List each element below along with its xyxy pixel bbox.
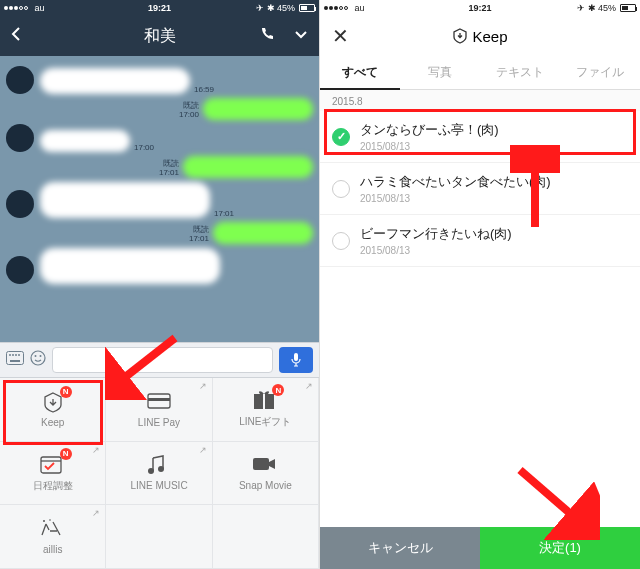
- svg-point-22: [49, 519, 51, 521]
- keep-tabs: すべて 写真 テキスト ファイル: [320, 56, 640, 90]
- status-bar: au 19:21 ✈ ✱ 45%: [320, 0, 640, 16]
- keep-icon: [452, 28, 468, 44]
- svg-line-25: [520, 470, 580, 522]
- attach-gift[interactable]: ↗ N LINEギフト: [213, 378, 319, 442]
- menu-down-icon[interactable]: [293, 26, 309, 46]
- attach-snapmovie[interactable]: Snap Movie: [213, 442, 319, 506]
- checkbox-icon[interactable]: [332, 128, 350, 146]
- svg-point-4: [18, 354, 20, 356]
- svg-point-21: [43, 520, 45, 522]
- attach-schedule[interactable]: ↗ N 日程調整: [0, 442, 106, 506]
- footer-buttons: キャンセル 決定(1): [320, 527, 640, 569]
- chat-header: 和美: [0, 16, 319, 56]
- avatar[interactable]: [6, 256, 34, 284]
- svg-point-18: [158, 466, 164, 472]
- tab-text[interactable]: テキスト: [480, 56, 560, 89]
- svg-point-3: [15, 354, 17, 356]
- svg-rect-14: [263, 394, 265, 409]
- tab-photo[interactable]: 写真: [400, 56, 480, 89]
- share-icon: ↗: [92, 445, 100, 455]
- attach-keep[interactable]: N Keep: [0, 378, 106, 442]
- svg-point-8: [40, 355, 42, 357]
- checkbox-icon[interactable]: [332, 232, 350, 250]
- svg-point-6: [31, 351, 45, 365]
- keep-item[interactable]: ハラミ食べたいタン食べたい(肉)2015/08/13: [320, 163, 640, 215]
- input-bar: [0, 342, 319, 378]
- tab-all[interactable]: すべて: [320, 56, 400, 89]
- section-header: 2015.8: [320, 90, 640, 111]
- svg-rect-9: [294, 353, 298, 361]
- chat-body: 16:59 既読17:00 17:00 既読17:01 17:01 既読17:0…: [0, 56, 319, 342]
- attach-linepay[interactable]: ↗ LINE Pay: [106, 378, 212, 442]
- chat-screen: au 19:21 ✈ ✱ 45% 和美 16:59 既読17:00 17:00 …: [0, 0, 320, 569]
- cancel-button[interactable]: キャンセル: [320, 527, 480, 569]
- keep-header: ✕ Keep: [320, 16, 640, 56]
- svg-rect-5: [10, 360, 20, 362]
- status-bar: au 19:21 ✈ ✱ 45%: [0, 0, 319, 16]
- keep-item[interactable]: ビーフマン行きたいね(肉)2015/08/13: [320, 215, 640, 267]
- chat-title: 和美: [144, 26, 176, 47]
- share-icon: ↗: [92, 508, 100, 518]
- mic-button[interactable]: [279, 347, 313, 373]
- attachment-grid: N Keep ↗ LINE Pay ↗ N LINEギフト ↗ N 日程調整 ↗…: [0, 378, 319, 569]
- svg-point-7: [35, 355, 37, 357]
- attach-music[interactable]: ↗ LINE MUSIC: [106, 442, 212, 506]
- message-input[interactable]: [52, 347, 273, 373]
- keyboard-icon[interactable]: [6, 351, 24, 369]
- keep-item[interactable]: タンならびーふ亭！(肉)2015/08/13: [320, 111, 640, 163]
- tab-file[interactable]: ファイル: [560, 56, 640, 89]
- share-icon: ↗: [199, 445, 207, 455]
- svg-point-2: [12, 354, 14, 356]
- call-icon[interactable]: [259, 26, 275, 46]
- emoji-icon[interactable]: [30, 350, 46, 370]
- attach-aillis[interactable]: ↗ aillis: [0, 505, 106, 569]
- svg-rect-0: [7, 352, 24, 365]
- keep-screen: au 19:21 ✈ ✱ 45% ✕ Keep すべて 写真 テキスト ファイル…: [320, 0, 640, 569]
- confirm-button[interactable]: 決定(1): [480, 527, 640, 569]
- back-icon[interactable]: [10, 26, 22, 46]
- svg-rect-11: [148, 398, 170, 401]
- share-icon: ↗: [199, 381, 207, 391]
- avatar[interactable]: [6, 66, 34, 94]
- svg-point-1: [9, 354, 11, 356]
- svg-rect-20: [253, 458, 269, 470]
- checkbox-icon[interactable]: [332, 180, 350, 198]
- close-icon[interactable]: ✕: [332, 24, 349, 48]
- avatar[interactable]: [6, 124, 34, 152]
- share-icon: ↗: [305, 381, 313, 391]
- avatar[interactable]: [6, 190, 34, 218]
